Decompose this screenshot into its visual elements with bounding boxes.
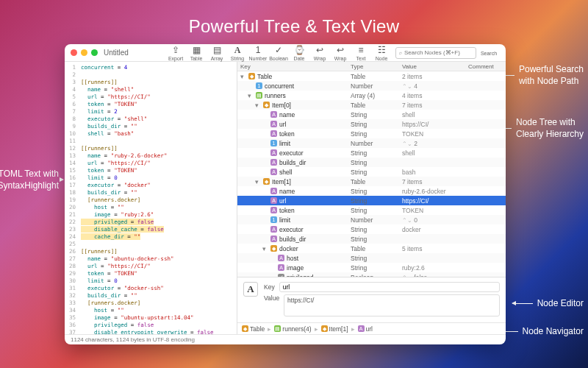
window-controls[interactable] (71, 49, 98, 56)
code-body[interactable]: concurrent = 4 [[runners]] name = "shell… (78, 62, 237, 334)
stepper-icon[interactable]: ⌃⌄ (402, 141, 412, 147)
type-icon: ◆ (263, 178, 270, 185)
row-value: 5 items (402, 245, 468, 252)
tree-row[interactable]: AtokenStringTOKEN (237, 129, 506, 138)
export-button[interactable]: ⇪Export (166, 45, 185, 61)
wrap-icon: ↩ (335, 45, 345, 55)
node-icon: ☷ (376, 45, 387, 55)
tree-row[interactable]: ▾◆TableTable2 items (237, 71, 506, 81)
array-icon: ▤ (212, 45, 222, 55)
tree-row[interactable]: AtokenStringTOKEN (237, 205, 506, 215)
row-type: String (351, 226, 402, 233)
string-button[interactable]: AString (228, 45, 247, 61)
row-value: https://CI/ (402, 197, 468, 205)
wrap-button[interactable]: ↩Wrap (310, 45, 329, 61)
minimize-icon[interactable] (81, 49, 87, 56)
close-icon[interactable] (71, 49, 77, 56)
row-type: String (351, 121, 402, 128)
tree-row[interactable]: AnameStringruby-2.6-docker (237, 186, 506, 196)
row-key: image (287, 264, 304, 272)
tree-row[interactable]: AurlStringhttps://CI/ (237, 119, 506, 129)
tree-row[interactable]: ▾◆dockerTable5 items (237, 244, 506, 253)
search-button[interactable]: Search (478, 50, 500, 56)
callout-search: Powerful Searchwith Node Path (494, 63, 584, 87)
row-key: url (279, 121, 286, 128)
tree-row[interactable]: Abuilds_dirString (237, 158, 506, 167)
row-value: docker (402, 226, 468, 233)
row-value: ⌃⌄ 2 (402, 140, 468, 147)
node-button[interactable]: ☷Node (372, 45, 391, 61)
type-icon: 1 (270, 216, 277, 223)
breadcrumb-item[interactable]: ▤runners(4) (274, 325, 311, 333)
row-type: String (351, 197, 402, 205)
stepper-icon[interactable]: ⌃⌄ (402, 83, 412, 90)
boolean-button[interactable]: ✓Boolean (269, 45, 288, 61)
row-value: shell (402, 149, 468, 157)
tree-row[interactable]: 1concurrentNumber⌃⌄ 4 (237, 81, 506, 91)
node-editor: A Key Value https://CI/ (237, 277, 506, 322)
type-icon: A (270, 236, 277, 242)
row-type: String (351, 188, 402, 195)
row-type: String (351, 236, 402, 243)
code-editor[interactable]: 1234567891011121314151617181920212223242… (65, 62, 237, 334)
tree-row[interactable]: AexecutorStringdocker (237, 224, 506, 234)
array-button[interactable]: ▤Array (207, 45, 226, 61)
tree-row[interactable]: ▾◆Item[1]Table7 items (237, 177, 506, 186)
chevron-right-icon: ▸ (268, 325, 271, 333)
disclosure-icon[interactable]: ▾ (255, 178, 261, 185)
value-input[interactable]: https://CI/ (284, 294, 500, 316)
disclosure-icon[interactable]: ▾ (240, 73, 246, 80)
export-icon: ⇪ (171, 45, 181, 55)
breadcrumb-item[interactable]: ◆Table (242, 325, 265, 333)
row-key: Table (257, 73, 272, 80)
tree-row[interactable]: ▾▤runnersArray (4)4 items (237, 91, 506, 100)
statusbar: 1124 characters, 1124 bytes in UTF-8 enc… (65, 334, 506, 344)
number-button[interactable]: 1Number (248, 45, 268, 61)
search-box[interactable]: ⌕ (395, 47, 476, 59)
tree-body[interactable]: ▾◆TableTable2 items1concurrentNumber⌃⌄ 4… (237, 71, 506, 277)
row-value: TOKEN (402, 130, 468, 138)
row-value: TOKEN (402, 207, 468, 214)
row-type: String (351, 169, 402, 176)
tree-row[interactable]: AnameStringshell (237, 110, 506, 119)
row-type: String (351, 255, 402, 262)
type-icon: A (358, 325, 365, 332)
row-value: shell (402, 111, 468, 118)
wrap2-button[interactable]: ↩Wrap (331, 45, 350, 61)
tree-header: KeyType ValueComment (237, 62, 506, 71)
disclosure-icon[interactable]: ▾ (248, 92, 254, 99)
tree-row[interactable]: 1limitNumber⌃⌄ 2 (237, 138, 506, 148)
tree-row[interactable]: AurlStringhttps://CI/ (237, 196, 506, 205)
tree-row[interactable]: Abuilds_dirString (237, 234, 506, 244)
row-type: Table (351, 245, 402, 252)
tree-row[interactable]: 1limitNumber⌃⌄ 0 (237, 215, 506, 224)
tree-row[interactable]: AexecutorStringshell (237, 148, 506, 158)
tree-row[interactable]: AshellStringbash (237, 167, 506, 177)
tree-row[interactable]: AimageStringruby:2.6 (237, 263, 506, 272)
row-type: String (351, 207, 402, 214)
stepper-icon[interactable]: ⌃⌄ (402, 217, 412, 224)
breadcrumb-item[interactable]: ◆Item[1] (321, 325, 348, 333)
table-icon: ▦ (191, 45, 201, 55)
zoom-icon[interactable] (91, 49, 98, 56)
row-key: token (279, 130, 295, 138)
date-button[interactable]: ⌚Date (290, 45, 309, 61)
breadcrumb-item[interactable]: Aurl (358, 325, 373, 333)
row-value: ⌃⌄ 4 (402, 82, 468, 90)
row-value: 7 items (402, 102, 468, 109)
tree-row[interactable]: ▾◆Item[0]Table7 items (237, 100, 506, 110)
key-input[interactable] (279, 282, 500, 292)
breadcrumb[interactable]: ◆Table▸▤runners(4)▸◆Item[1]▸Aurl (237, 322, 506, 334)
tree-row[interactable]: AhostString (237, 253, 506, 263)
table-button[interactable]: ▦Table (187, 45, 206, 61)
titlebar: Untitled ⇪Export ▦Table ▤Array AString 1… (65, 44, 506, 62)
toolbar: ⇪Export ▦Table ▤Array AString 1Number ✓B… (166, 45, 500, 61)
disclosure-icon[interactable]: ▾ (255, 102, 261, 109)
type-icon: A (270, 169, 277, 175)
callout-syntax-highlight: TOML Text withSyntaxHighlight (0, 168, 63, 191)
disclosure-icon[interactable]: ▾ (262, 245, 268, 252)
window-title: Untitled (104, 49, 129, 57)
line-gutter: 1234567891011121314151617181920212223242… (65, 62, 78, 334)
text-button[interactable]: ≡Text (351, 45, 370, 61)
search-input[interactable] (404, 49, 473, 56)
